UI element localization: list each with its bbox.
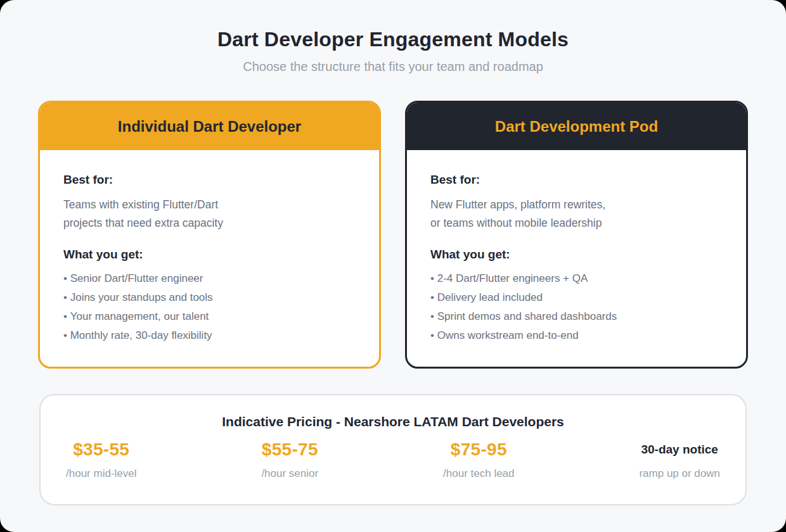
pricing-col-notice: 30-day notice ramp up or down xyxy=(639,438,720,480)
engagement-cards-row: Individual Dart Developer Best for: Team… xyxy=(38,101,748,369)
pricing-row: $35-55 /hour mid-level $55-75 /hour seni… xyxy=(66,438,720,480)
feature-item: Delivery lead included xyxy=(430,288,723,307)
feature-list: 2-4 Dart/Flutter engineers + QA Delivery… xyxy=(430,269,723,345)
card-individual-body: Best for: Teams with existing Flutter/Da… xyxy=(40,150,379,367)
what-you-get-heading: What you get: xyxy=(63,246,356,263)
page-canvas: Dart Developer Engagement Models Choose … xyxy=(0,0,786,532)
best-for-text: Teams with existing Flutter/Dart project… xyxy=(63,196,356,232)
best-for-heading: Best for: xyxy=(63,172,356,188)
feature-item: 2-4 Dart/Flutter engineers + QA xyxy=(430,269,723,288)
pricing-title: Indicative Pricing - Nearshore LATAM Dar… xyxy=(66,414,720,429)
feature-item: Senior Dart/Flutter engineer xyxy=(63,269,356,288)
notice-value: 30-day notice xyxy=(639,438,720,461)
feature-item: Monthly rate, 30-day flexibility xyxy=(63,326,356,345)
pricing-col-mid-level: $35-55 /hour mid-level xyxy=(66,438,137,480)
page-subtitle: Choose the structure that fits your team… xyxy=(0,60,786,74)
pricing-panel: Indicative Pricing - Nearshore LATAM Dar… xyxy=(39,394,747,505)
card-individual-developer: Individual Dart Developer Best for: Team… xyxy=(38,101,381,369)
feature-item: Joins your standups and tools xyxy=(63,288,356,307)
card-individual-title: Individual Dart Developer xyxy=(40,103,379,150)
what-you-get-heading: What you get: xyxy=(430,246,723,263)
feature-list: Senior Dart/Flutter engineer Joins your … xyxy=(63,269,356,345)
card-pod-title: Dart Development Pod xyxy=(407,103,746,150)
feature-item: Sprint demos and shared dashboards xyxy=(430,307,723,326)
page-header: Dart Developer Engagement Models Choose … xyxy=(0,0,786,74)
pricing-col-senior: $55-75 /hour senior xyxy=(261,438,318,480)
feature-item: Your management, our talent xyxy=(63,307,356,326)
notice-label: ramp up or down xyxy=(639,467,720,480)
price-value: $55-75 xyxy=(261,438,318,461)
card-pod-body: Best for: New Flutter apps, platform rew… xyxy=(407,150,746,367)
pricing-col-tech-lead: $75-95 /hour tech lead xyxy=(443,438,514,480)
page-title: Dart Developer Engagement Models xyxy=(0,28,786,51)
price-label: /hour senior xyxy=(261,467,318,480)
price-label: /hour tech lead xyxy=(443,467,514,480)
best-for-text: New Flutter apps, platform rewrites, or … xyxy=(430,196,723,232)
card-development-pod: Dart Development Pod Best for: New Flutt… xyxy=(405,101,748,369)
price-value: $75-95 xyxy=(443,438,514,461)
best-for-heading: Best for: xyxy=(430,172,723,188)
price-value: $35-55 xyxy=(66,438,137,461)
feature-item: Owns workstream end-to-end xyxy=(430,326,723,345)
price-label: /hour mid-level xyxy=(66,467,137,480)
